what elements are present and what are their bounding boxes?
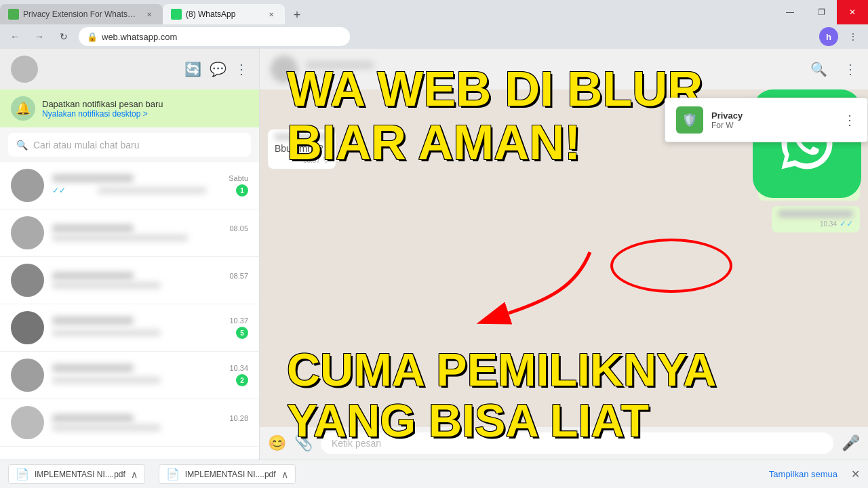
download-item: 📄 IMPLEMENTASI NI....pdf ∧	[159, 464, 296, 484]
chat-preview	[52, 377, 161, 384]
address-field[interactable]: 🔒 web.whatsapp.com	[79, 27, 350, 46]
chat-time: 10.37	[229, 317, 248, 325]
chat-item[interactable]: 10.34 2	[0, 352, 259, 399]
arrow-annotation	[468, 245, 604, 327]
chat-time: Sabtu	[229, 174, 248, 182]
unread-badge: 2	[236, 374, 248, 386]
download-filename: IMPLEMENTASI NI....pdf	[185, 470, 276, 479]
notification-bar: 🔔 Dapatkan notifikasi pesan baru Nyalaka…	[0, 89, 259, 127]
header-icons: 🔄 💬 ⋮	[184, 61, 248, 77]
circle-annotation	[610, 239, 732, 293]
tab-close-privacy[interactable]: ✕	[144, 9, 155, 20]
chat-item[interactable]: 08.05	[0, 209, 259, 257]
new-tab-button[interactable]: +	[288, 5, 307, 24]
notification-icon: 🔔	[11, 96, 35, 121]
close-downloads-button[interactable]: ✕	[851, 468, 860, 481]
expand-button[interactable]: ∧	[281, 469, 288, 480]
search-box[interactable]: 🔍 Cari atau mulai chat baru	[8, 133, 251, 157]
notification-content: Dapatkan notifikasi pesan baru Nyalakan …	[42, 99, 163, 119]
search-icon: 🔍	[16, 140, 28, 150]
avatar	[11, 311, 44, 344]
chat-info: 08.05	[52, 224, 248, 241]
search-placeholder: Cari atau mulai chat baru	[33, 140, 139, 150]
chat-item[interactable]: 08.57	[0, 257, 259, 304]
chat-preview	[52, 282, 161, 289]
forward-button[interactable]: →	[30, 27, 49, 46]
avatar	[11, 406, 44, 439]
pdf-icon: 📄	[16, 468, 29, 481]
maximize-button[interactable]: ❐	[806, 0, 837, 24]
avatar	[11, 169, 44, 202]
chat-preview	[52, 424, 161, 431]
address-bar: ← → ↻ 🔒 web.whatsapp.com h ⋮	[0, 24, 868, 49]
tab-favicon-whatsapp	[171, 9, 182, 20]
tab-whatsapp[interactable]: (8) WhatsApp ✕	[163, 4, 285, 24]
privacy-logo: 🛡️	[676, 106, 703, 134]
tab-close-whatsapp[interactable]: ✕	[266, 9, 277, 20]
chat-preview	[52, 329, 161, 336]
notification-link[interactable]: Nyalakan notifikasi desktop >	[42, 109, 163, 119]
wa-header: 🔄 💬 ⋮	[0, 49, 259, 89]
tab-privacy-extension[interactable]: Privacy Extension For WhatsApp ✕	[0, 4, 163, 24]
avatar	[11, 264, 44, 297]
profile-icon[interactable]: h	[819, 27, 838, 46]
privacy-popup-text: Privacy For W	[711, 110, 835, 130]
privacy-popup: 🛡️ Privacy For W ⋮	[665, 98, 868, 142]
window-controls: — ❐ ✕	[774, 0, 868, 24]
tab-label-privacy: Privacy Extension For WhatsApp	[23, 9, 140, 19]
chat-time: 10.28	[229, 414, 248, 422]
chat-time: 08.57	[229, 272, 248, 280]
overlay-line4: YANG BISA LIAT	[287, 395, 716, 446]
avatar	[11, 359, 44, 392]
refresh-icon[interactable]: 🔄	[184, 61, 201, 77]
avatar	[11, 216, 44, 249]
more-button[interactable]: ⋮	[844, 27, 863, 46]
chat-time: 10.34	[229, 364, 248, 372]
chat-time: 08.05	[229, 224, 248, 232]
chat-item[interactable]: Sabtu ✓✓ 1	[0, 162, 259, 209]
download-filename: IMPLEMENTASI NI....pdf	[35, 470, 125, 479]
chat-info: 08.57	[52, 272, 248, 289]
lock-icon: 🔒	[87, 32, 98, 42]
chat-preview	[52, 235, 188, 241]
menu-icon[interactable]: ⋮	[235, 61, 248, 77]
chat-name	[52, 317, 134, 325]
browser-chrome: Privacy Extension For WhatsApp ✕ (8) Wha…	[0, 0, 868, 49]
chat-name	[52, 174, 134, 182]
main-content: 🔄 💬 ⋮ 🔔 Dapatkan notifikasi pesan baru N…	[0, 49, 868, 460]
search-container: 🔍 Cari atau mulai chat baru	[0, 127, 259, 162]
minimize-button[interactable]: —	[774, 0, 806, 24]
chat-name	[52, 364, 134, 372]
back-button[interactable]: ←	[5, 27, 24, 46]
close-button[interactable]: ✕	[837, 0, 868, 24]
chat-name	[52, 272, 134, 280]
chat-info: 10.34 2	[52, 364, 248, 386]
tab-label-whatsapp: (8) WhatsApp	[186, 9, 262, 19]
download-item: 📄 IMPLEMENTASI NI....pdf ∧	[8, 464, 145, 484]
chat-name	[52, 414, 134, 422]
new-chat-icon[interactable]: 💬	[210, 61, 226, 77]
chat-preview	[98, 187, 206, 194]
expand-button[interactable]: ∧	[131, 469, 138, 480]
chat-item[interactable]: 10.28	[0, 399, 259, 447]
tab-bar: Privacy Extension For WhatsApp ✕ (8) Wha…	[0, 0, 868, 24]
user-avatar[interactable]	[11, 56, 38, 83]
unread-badge: 5	[236, 327, 248, 339]
address-text: web.whatsapp.com	[102, 32, 177, 42]
pdf-icon: 📄	[166, 468, 180, 481]
reload-button[interactable]: ↻	[54, 27, 73, 46]
read-icon: ✓✓	[52, 186, 66, 195]
chat-list: Sabtu ✓✓ 1 08.05	[0, 162, 259, 460]
unread-badge: 1	[236, 184, 248, 197]
chat-info: 10.37 5	[52, 317, 248, 339]
show-all-button[interactable]: Tampilkan semua	[769, 469, 837, 479]
overlay-line1: WA WEB DI BLUR	[287, 62, 703, 116]
chat-item[interactable]: 10.37 5	[0, 304, 259, 352]
overlay-line3: CUMA PEMILIKNYA	[287, 344, 716, 395]
overlay-line2: BIAR AMAN!	[287, 116, 703, 169]
chat-info: 10.28	[52, 414, 248, 431]
notification-text: Dapatkan notifikasi pesan baru	[42, 99, 163, 109]
privacy-menu-button[interactable]: ⋮	[843, 112, 856, 128]
whatsapp-sidebar: 🔄 💬 ⋮ 🔔 Dapatkan notifikasi pesan baru N…	[0, 49, 260, 460]
chat-name	[52, 224, 134, 232]
